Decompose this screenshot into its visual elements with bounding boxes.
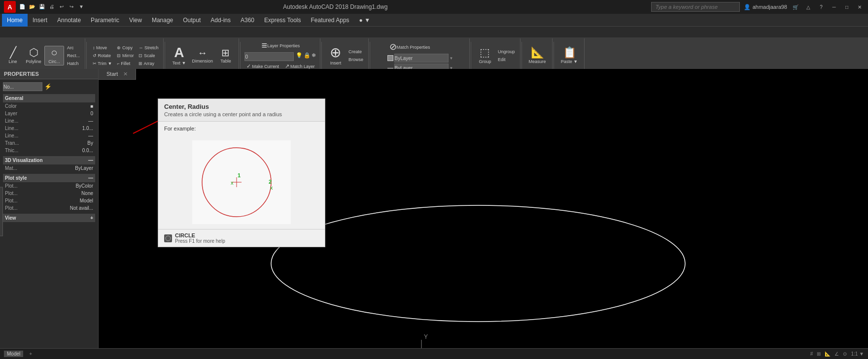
menu-a360[interactable]: A360	[236, 14, 259, 27]
redo-button[interactable]: ↪	[67, 2, 76, 11]
plotstyle-none-value: None	[81, 191, 93, 196]
menu-parametric[interactable]: Parametric	[86, 14, 124, 27]
start-tab[interactable]: Start ✕	[99, 69, 136, 80]
annotationscale[interactable]: 1:1 ▼	[851, 351, 864, 357]
menu-workspace[interactable]: ● ▼	[354, 14, 375, 27]
match-properties-button[interactable]: ⊘ Match Properties	[387, 41, 432, 52]
transparency-prop: Tran... By	[3, 139, 95, 147]
open-button[interactable]: 📂	[28, 2, 36, 11]
measure-button[interactable]: 📐 Measure	[527, 46, 548, 65]
selection-select[interactable]: No...	[3, 82, 42, 91]
visualization-section-header[interactable]: 3D Visualization —	[3, 156, 95, 164]
view-section-header[interactable]: View +	[3, 214, 95, 222]
menu-annotate[interactable]: Annotate	[52, 14, 86, 27]
model-tab[interactable]: Model	[4, 351, 23, 357]
menu-home[interactable]: Home	[2, 14, 28, 27]
group-edit-button[interactable]: Edit	[496, 56, 517, 63]
osnap-button[interactable]: ⊙	[843, 351, 847, 357]
menu-addins[interactable]: Add-ins	[206, 14, 236, 27]
properties-title: PROPERTIES	[4, 71, 39, 77]
start-tab-label: Start	[106, 71, 118, 77]
ortho-button[interactable]: 📐	[825, 351, 831, 357]
blockbrowse-button[interactable]: Browse	[347, 56, 365, 63]
menu-featuredapps[interactable]: Featured Apps	[306, 14, 354, 27]
line-label: Line	[8, 59, 17, 64]
lock-icon[interactable]: 🔒	[304, 52, 311, 59]
tooltip-help-text: Press F1 for more help	[175, 238, 225, 244]
shopping-cart[interactable]: 🛒	[791, 2, 800, 11]
visualization-section: 3D Visualization — Mat... ByLayer	[3, 156, 95, 172]
paste-icon: 📋	[563, 47, 576, 58]
make-current-label: Make Current	[252, 64, 279, 69]
menu-view[interactable]: View	[124, 14, 147, 27]
ungroup-button[interactable]: Ungroup	[496, 48, 517, 55]
measure-icon: 📐	[531, 47, 544, 58]
thickness-value: 0.0...	[82, 148, 93, 153]
create-button[interactable]: Create	[347, 48, 365, 55]
circle-button[interactable]: ○ Circ...	[44, 46, 64, 65]
stretch-button[interactable]: ↔ Stretch	[137, 44, 160, 51]
dimension-button[interactable]: ↔ Dimension	[190, 47, 215, 65]
mirror-button[interactable]: ⊟ Mirror	[115, 52, 136, 59]
plotstyle-section-header[interactable]: Plot style —	[3, 174, 95, 182]
tooltip-diagram: 1 x 2 x	[158, 135, 325, 229]
menu-expresstools[interactable]: Express Tools	[259, 14, 306, 27]
trim-button[interactable]: ✂ Trim ▼	[91, 60, 114, 67]
copy-button[interactable]: ⊕ Copy	[115, 44, 136, 51]
group-label: Group	[479, 59, 491, 64]
linetype-swatch	[387, 68, 393, 68]
array-button[interactable]: ⊞ Array	[137, 60, 160, 67]
paste-button[interactable]: 📋 Paste ▼	[559, 46, 580, 65]
tooltip-popup: Center, Radius Creates a circle using a …	[158, 98, 325, 247]
start-tab-close[interactable]: ✕	[123, 71, 128, 77]
canvas-area[interactable]: Start ✕ Y Center, Radius Creates a circl…	[99, 69, 868, 359]
qa-dropdown[interactable]: ▼	[77, 2, 86, 11]
help-button[interactable]: ?	[817, 2, 826, 11]
text-button[interactable]: A Text ▼	[169, 45, 189, 66]
color-select[interactable]: ByLayer	[394, 54, 449, 63]
quick-select-button[interactable]: ⚡	[43, 82, 52, 91]
dimension-label: Dimension	[192, 59, 213, 64]
svg-text:2: 2	[269, 179, 272, 185]
hatch-button[interactable]: Hatch	[65, 60, 82, 67]
menu-output[interactable]: Output	[178, 14, 206, 27]
line-button[interactable]: ╱ Line	[3, 46, 23, 65]
plot-button[interactable]: 🖨	[47, 2, 56, 11]
freeze-icon[interactable]: ❄	[312, 52, 316, 59]
minimize-button[interactable]: ─	[830, 2, 838, 11]
circle-label: Circ...	[48, 59, 60, 64]
snap-button[interactable]: #	[810, 351, 813, 357]
fillet-button[interactable]: ⌐ Fillet	[115, 60, 136, 67]
polyline-button[interactable]: ⬡ Polyline	[24, 46, 43, 65]
undo-button[interactable]: ↩	[57, 2, 66, 11]
new-button[interactable]: 📄	[18, 2, 27, 11]
move-button[interactable]: ↕ Move	[91, 44, 114, 51]
external-references-tab[interactable]: External References	[0, 187, 3, 236]
general-section-header[interactable]: General	[3, 94, 95, 102]
group-button[interactable]: ⬚ Group	[475, 46, 495, 65]
arc-button[interactable]: Arc	[65, 44, 82, 51]
linetype-scale-value: 1.0...	[82, 126, 93, 131]
save-button[interactable]: 💾	[37, 2, 46, 11]
svg-text:x: x	[270, 185, 273, 191]
rect-button[interactable]: Rect...	[65, 52, 82, 59]
table-button[interactable]: ⊞ Table	[216, 47, 236, 65]
linetype-scale-prop: Line... 1.0...	[3, 125, 95, 132]
search-input[interactable]	[651, 2, 740, 12]
layout-tab[interactable]: +	[27, 351, 34, 357]
rotate-button[interactable]: ↺ Rotate	[91, 52, 114, 59]
layer-properties-button[interactable]: ≡ Layer Properties	[244, 39, 316, 51]
paste-label: Paste ▼	[561, 59, 578, 64]
polar-button[interactable]: ∠	[834, 351, 839, 357]
close-button[interactable]: ✕	[855, 2, 864, 11]
grid-button[interactable]: ⊞	[817, 351, 821, 357]
insert-button[interactable]: ⊕ Insert	[326, 45, 346, 66]
title-bar: A 📄 📂 💾 🖨 ↩ ↪ ▼ Autodesk AutoCAD 2018 Dr…	[0, 0, 868, 14]
light-icon[interactable]: 💡	[296, 52, 303, 59]
menu-manage[interactable]: Manage	[147, 14, 178, 27]
layer-select[interactable]: 0	[244, 52, 294, 61]
scale-button[interactable]: ⊡ Scale	[137, 52, 160, 59]
color-dropdown-arrow[interactable]: ▼	[450, 56, 453, 61]
menu-insert[interactable]: Insert	[28, 14, 52, 27]
maximize-button[interactable]: □	[842, 2, 851, 11]
